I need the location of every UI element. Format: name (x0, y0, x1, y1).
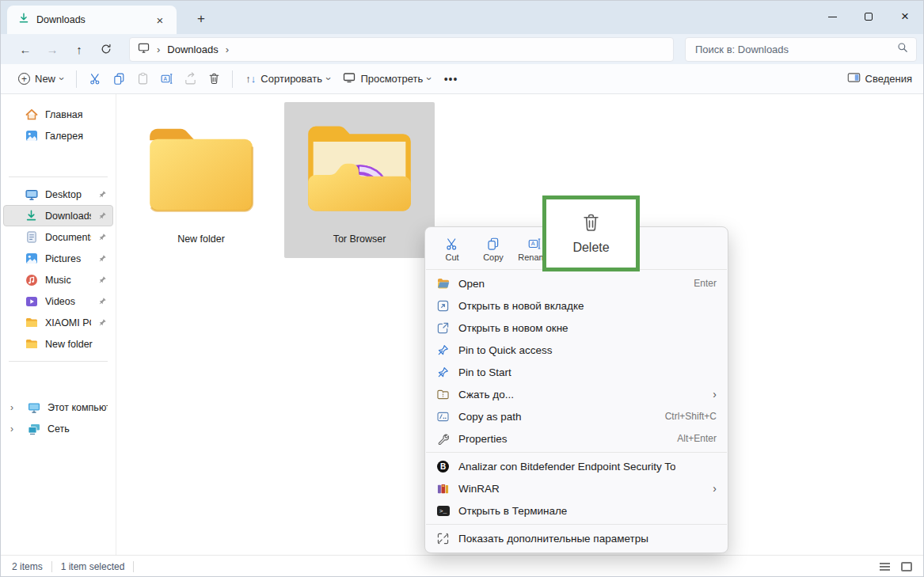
sidebar-item-downloads[interactable]: Downloads (3, 205, 113, 226)
svg-text:A: A (531, 241, 535, 247)
menu-item-compress-to[interactable]: Сжать до... › (425, 383, 728, 405)
sidebar-item-network[interactable]: › Сеть (3, 418, 113, 439)
breadcrumb-folder[interactable]: Downloads (167, 44, 218, 55)
forward-button[interactable]: → (40, 38, 64, 60)
sidebar-item-gallery[interactable]: Галерея (3, 125, 113, 146)
breadcrumb[interactable]: › Downloads › (129, 37, 674, 62)
close-button[interactable]: × (887, 1, 923, 32)
back-button[interactable]: ← (13, 38, 37, 60)
folder-icon (137, 113, 265, 224)
search-box[interactable] (685, 37, 917, 62)
items-count: 2 items (12, 561, 43, 572)
sidebar-item-home[interactable]: Главная (3, 104, 113, 125)
menu-item-copy-as-path[interactable]: Copy as path Ctrl+Shift+C (425, 405, 728, 427)
copy-as-path-icon (436, 410, 450, 423)
network-icon (27, 422, 40, 435)
delete-highlight-box[interactable]: Delete (542, 195, 640, 271)
submenu-chevron-icon: › (713, 482, 717, 495)
up-button[interactable]: ↑ (67, 38, 91, 60)
pin-icon (98, 318, 108, 327)
menu-item-pin-quick-access[interactable]: Pin to Quick access (425, 339, 728, 361)
terminal-icon: >_ (436, 504, 450, 518)
bitdefender-icon: B (436, 460, 450, 473)
breadcrumb-separator: › (157, 44, 160, 55)
breadcrumb-separator[interactable]: › (226, 44, 229, 55)
open-folder-icon (436, 277, 450, 290)
new-tab-button[interactable]: + (191, 9, 211, 29)
list-view-toggle-icon[interactable] (880, 561, 890, 572)
download-icon (18, 13, 29, 27)
search-icon (897, 42, 908, 56)
status-bar: 2 items 1 item selected (1, 555, 923, 577)
copy-menu-button[interactable]: Copy (473, 237, 514, 262)
more-options-button[interactable]: ••• (438, 73, 465, 85)
search-input[interactable] (695, 44, 897, 55)
sidebar-item-xiaomi-poco[interactable]: XIAOMI POCO F (3, 312, 113, 333)
cut-button[interactable] (83, 67, 107, 91)
menu-item-pin-start[interactable]: Pin to Start (425, 361, 728, 383)
file-name: New folder (177, 233, 225, 245)
sidebar-item-desktop[interactable]: Desktop (3, 184, 113, 205)
details-pane-icon (847, 72, 861, 85)
sidebar-item-this-pc[interactable]: › Этот компьютер (3, 397, 113, 418)
menu-item-bitdefender-scan[interactable]: B Analizar con Bitdefender Endpoint Secu… (425, 455, 728, 477)
file-tile-new-folder[interactable]: New folder (126, 102, 276, 258)
sidebar-item-music[interactable]: Music (3, 269, 113, 290)
music-icon (25, 273, 38, 287)
shortcut-label: Ctrl+Shift+C (665, 411, 717, 422)
refresh-button[interactable] (94, 38, 118, 60)
folder-icon (25, 337, 38, 351)
home-icon (25, 108, 38, 121)
sort-arrows-icon: ↑↓ (245, 73, 256, 85)
large-icons-view-toggle-icon[interactable] (901, 562, 912, 571)
tab-title: Downloads (36, 14, 144, 25)
new-button[interactable]: + New › (12, 67, 70, 91)
menu-item-open-new-tab[interactable]: Открыть в новой вкладке (425, 294, 728, 317)
document-icon (25, 230, 38, 244)
pin-icon (436, 344, 450, 357)
download-icon (25, 209, 38, 222)
menu-item-properties[interactable]: Properties Alt+Enter (425, 427, 728, 450)
sidebar-item-videos[interactable]: Videos (3, 290, 113, 312)
menu-item-open[interactable]: Open Enter (425, 272, 728, 294)
expand-chevron-icon[interactable]: › (10, 402, 20, 413)
sidebar-item-documents[interactable]: Documents (3, 226, 113, 248)
view-button[interactable]: Просмотреть › (337, 67, 437, 91)
svg-text:A: A (163, 76, 167, 82)
expand-chevron-icon[interactable]: › (10, 423, 20, 435)
menu-item-show-more-options[interactable]: Показать дополнительные параметры (425, 527, 728, 549)
copy-button[interactable] (107, 67, 131, 91)
submenu-chevron-icon: › (713, 388, 717, 400)
sort-button[interactable]: ↑↓ Сортировать › (239, 67, 337, 91)
file-name: Tor Browser (333, 233, 386, 245)
this-pc-icon (27, 400, 40, 414)
tab-downloads[interactable]: Downloads × (7, 6, 177, 34)
details-pane-button[interactable]: Сведения (847, 72, 912, 85)
pin-icon (98, 275, 108, 284)
cut-menu-button[interactable]: Cut (432, 237, 473, 262)
this-pc-icon (138, 43, 150, 55)
tor-browser-folder-icon (295, 113, 424, 224)
sidebar-item-new-folder[interactable]: New folder (3, 333, 113, 355)
tab-close-icon[interactable]: × (151, 11, 169, 28)
delete-label: Delete (572, 241, 609, 255)
menu-item-open-in-terminal[interactable]: >_ Открыть в Терминале (425, 499, 728, 522)
menu-item-open-new-window[interactable]: Открыть в новом окне (425, 317, 728, 339)
window-controls: × (814, 1, 923, 32)
minimize-button[interactable] (814, 1, 850, 32)
sidebar-item-pictures[interactable]: Pictures (3, 248, 113, 269)
gallery-icon (25, 129, 38, 142)
delete-button[interactable] (202, 67, 226, 91)
maximize-button[interactable] (850, 1, 887, 32)
share-button[interactable] (178, 67, 202, 91)
plus-circle-icon: + (18, 73, 30, 85)
menu-item-winrar[interactable]: WinRAR › (425, 477, 728, 499)
file-tile-tor-browser[interactable]: Tor Browser (284, 102, 435, 258)
pin-icon (98, 211, 108, 220)
zip-folder-icon (436, 388, 450, 401)
paste-button[interactable] (131, 67, 154, 91)
pin-icon (436, 366, 450, 379)
pin-icon (98, 233, 108, 241)
command-toolbar: + New › A ↑↓ Сортировать › (1, 64, 923, 94)
rename-button[interactable]: A (154, 67, 178, 91)
